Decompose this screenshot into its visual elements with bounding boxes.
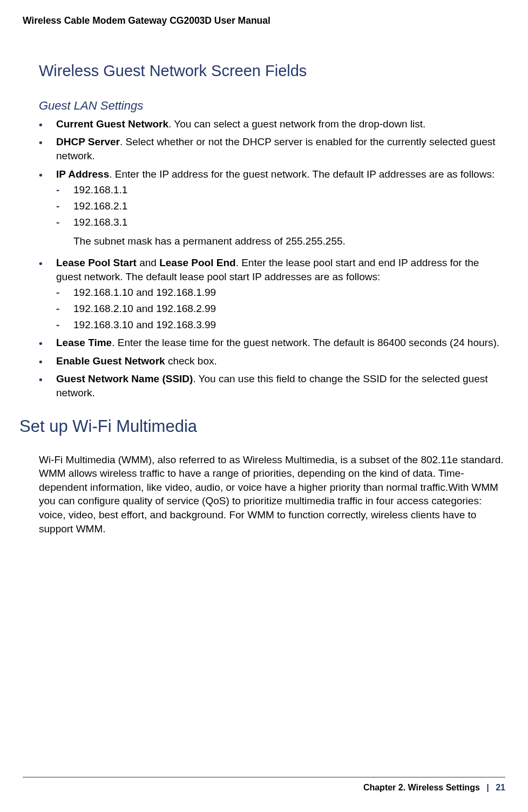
list-item: Lease Pool Start and Lease Pool End. Ent… — [39, 256, 504, 331]
footer-chapter: Chapter 2. Wireless Settings — [363, 783, 480, 792]
list-item: IP Address. Enter the IP address for the… — [39, 167, 504, 248]
sub-list-item: 192.168.3.10 and 192.168.3.99 — [56, 318, 504, 332]
list-item: Enable Guest Network check box. — [39, 354, 504, 368]
sub-list-item: 192.168.1.10 and 192.168.1.99 — [56, 286, 504, 300]
footer-rule — [23, 777, 505, 777]
sub-list-item: 192.168.2.1 — [56, 199, 504, 213]
field-desc: . Select whether or not the DHCP server … — [56, 136, 496, 161]
list-item: Current Guest Network. You can select a … — [39, 117, 504, 131]
field-label: Current Guest Network — [56, 118, 168, 130]
field-desc: . Enter the IP address for the guest net… — [109, 168, 495, 180]
sub-list-item: 192.168.2.10 and 192.168.2.99 — [56, 302, 504, 316]
running-header: Wireless Cable Modem Gateway CG2003D Use… — [23, 15, 270, 26]
content-area: Wireless Guest Network Screen Fields Gue… — [39, 49, 504, 536]
field-list: Current Guest Network. You can select a … — [39, 117, 504, 400]
subsection-heading: Guest LAN Settings — [39, 98, 504, 114]
field-desc: . Enter the lease time for the guest net… — [112, 337, 499, 348]
footer: Chapter 2. Wireless Settings | 21 — [363, 783, 505, 793]
sub-list: 192.168.1.10 and 192.168.1.99 192.168.2.… — [56, 286, 504, 331]
list-item: DHCP Server. Select whether or not the D… — [39, 135, 504, 163]
body-paragraph: Wi-Fi Multimedia (WMM), also referred to… — [39, 453, 504, 536]
after-paragraph: The subnet mask has a permanent address … — [73, 234, 504, 248]
section-heading: Wireless Guest Network Screen Fields — [39, 60, 504, 82]
list-item: Guest Network Name (SSID). You can use t… — [39, 372, 504, 400]
field-label: Enable Guest Network — [56, 355, 165, 367]
field-label: Guest Network Name (SSID) — [56, 373, 193, 384]
field-label: DHCP Server — [56, 136, 120, 147]
field-label: Lease Pool End — [159, 257, 235, 268]
field-label: Lease Time — [56, 337, 112, 348]
section-heading-major: Set up Wi-Fi Multimedia — [19, 415, 504, 438]
field-joiner: and — [137, 257, 159, 268]
field-label: IP Address — [56, 168, 109, 180]
field-desc: check box. — [165, 355, 217, 367]
footer-separator: | — [486, 783, 489, 792]
field-desc: . You can select a guest network from th… — [168, 118, 425, 130]
field-label: Lease Pool Start — [56, 257, 137, 268]
sub-list: 192.168.1.1 192.168.2.1 192.168.3.1 — [56, 183, 504, 229]
sub-list-item: 192.168.1.1 — [56, 183, 504, 197]
sub-list-item: 192.168.3.1 — [56, 215, 504, 229]
page: Wireless Cable Modem Gateway CG2003D Use… — [0, 0, 528, 812]
page-number: 21 — [496, 783, 505, 792]
list-item: Lease Time. Enter the lease time for the… — [39, 336, 504, 350]
